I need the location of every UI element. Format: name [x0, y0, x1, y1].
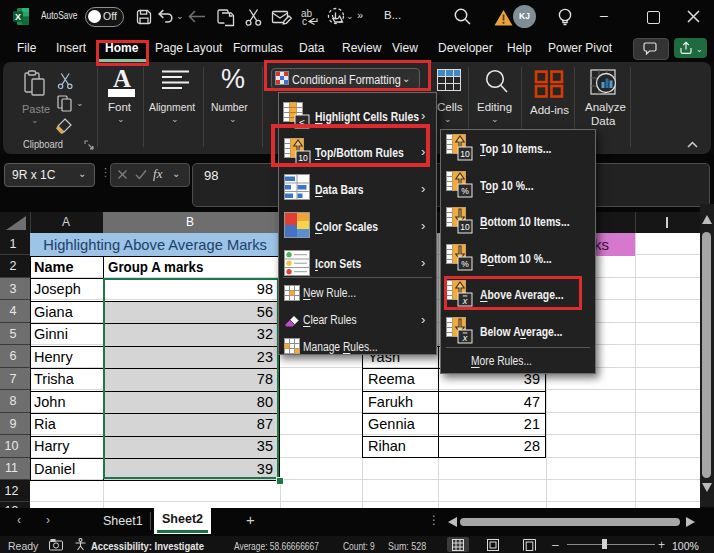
svg-text:10: 10 [460, 149, 470, 159]
svg-text:X: X [15, 12, 21, 22]
svg-text:x: x [462, 332, 468, 342]
svg-text:%: % [461, 186, 469, 196]
svg-text:10: 10 [460, 222, 470, 232]
svg-text:%: % [461, 259, 469, 269]
svg-text:c: c [302, 16, 307, 27]
